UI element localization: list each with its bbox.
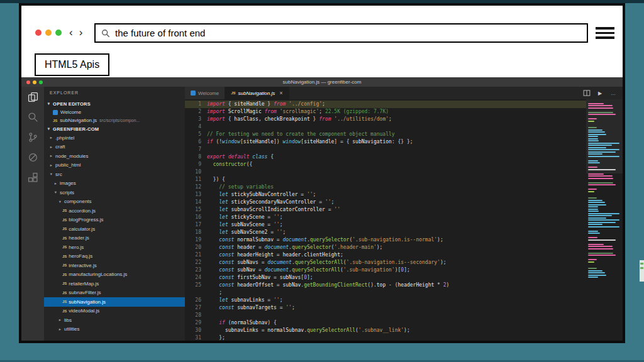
tree-item-node_modules[interactable]: ▸node_modules (44, 151, 185, 161)
vscode-minimize-button[interactable] (33, 80, 36, 84)
code-text: constructor({ (207, 161, 586, 168)
code-line[interactable]: 20 const header = document.querySelector… (185, 244, 586, 251)
close-icon[interactable]: × (279, 90, 282, 96)
code-line[interactable]: 13 let stickySubNavController = ''; (185, 191, 586, 199)
code-line[interactable]: 8export default class { (185, 153, 586, 161)
code-line[interactable]: ; (185, 289, 586, 297)
tree-item-libs[interactable]: ▸libs (44, 315, 185, 325)
code-line[interactable]: 24 const firstSubNav = subNavs[0]; (185, 274, 586, 282)
file-label: components (64, 199, 92, 204)
open-editor-item[interactable]: Welcome (44, 108, 185, 116)
code-line[interactable]: 1import { siteHandle } from '../config'; (185, 101, 586, 108)
tab-Welcome[interactable]: Welcome (185, 87, 225, 99)
code-text: const header = document.querySelector('.… (207, 244, 586, 251)
debug-icon[interactable] (28, 152, 38, 163)
open-editor-item[interactable]: JSsubNavigation.jssrc/scripts/compon... (44, 116, 185, 124)
minimize-button[interactable] (45, 30, 52, 36)
line-number: 24 (185, 274, 207, 282)
code-line[interactable]: 26 let subnavLinks = ''; (185, 297, 586, 304)
tree-item-src[interactable]: ▾src (44, 170, 185, 179)
code-line[interactable]: 10 (185, 168, 586, 176)
vscode-logo-icon (191, 90, 196, 96)
more-icon[interactable]: … (609, 89, 617, 97)
tree-item-subnavFilter.js[interactable]: JSsubnavFilter.js (44, 288, 185, 298)
tree-item-subNavigation.js[interactable]: JSsubNavigation.js (44, 297, 185, 307)
split-editor-icon[interactable] (583, 89, 591, 97)
tree-item-scripts[interactable]: ▾scripts (44, 188, 185, 197)
tree-item-public_html[interactable]: ▸public_html (44, 161, 185, 170)
code-line[interactable]: 18 let subNavScene2 = ''; (185, 229, 586, 236)
files-icon[interactable] (28, 92, 38, 102)
code-line[interactable]: 21 const headerHeight = header.clientHei… (185, 251, 586, 259)
tree-item-hero.js[interactable]: JShero.js (44, 243, 185, 252)
code-line[interactable]: 30 subnavLinks = normalSubnav.querySelec… (185, 327, 586, 334)
code-line[interactable]: 7 (185, 146, 586, 153)
minimap-line (588, 202, 605, 203)
code-line[interactable]: 9 constructor({ (185, 161, 586, 168)
tree-item-interactive.js[interactable]: JSinteractive.js (44, 261, 185, 270)
code-line[interactable]: 2import ScrollMagic from 'scrollmagic'; … (185, 108, 586, 116)
tree-item-header.js[interactable]: JSheader.js (44, 234, 185, 243)
chevron-right-icon: ▸ (49, 153, 53, 158)
code-line[interactable]: 31 }; (185, 334, 586, 341)
tree-item-components[interactable]: ▾components (44, 197, 185, 207)
code-text: let subnavLinks = ''; (207, 297, 586, 304)
minimap-line (588, 156, 619, 157)
tree-item-blogProgress.js[interactable]: JSblogProgress.js (44, 216, 185, 225)
line-number: 10 (185, 168, 207, 176)
tree-item-heroFaq.js[interactable]: JSheroFaq.js (44, 252, 185, 261)
code-line[interactable]: 19 const normalSubnav = document.querySe… (185, 236, 586, 244)
tree-item-images[interactable]: ▸images (44, 179, 185, 189)
code-line[interactable]: 27 const subnavTargets = ''; (185, 304, 586, 312)
code-line[interactable]: 29 if (normalSubnav) { (185, 319, 586, 327)
code-line[interactable]: 14 let stickySecondaryNavController = ''… (185, 199, 586, 206)
tab-subNavigation.js[interactable]: JSsubNavigation.js× (225, 87, 289, 99)
code-line[interactable]: 12 // setup variables (185, 184, 586, 191)
code-line[interactable]: 25 const headerOffset = subNav.getBoundi… (185, 282, 586, 289)
close-button[interactable] (35, 30, 42, 36)
menu-button[interactable] (596, 27, 614, 41)
js-file-icon: JS (62, 245, 67, 249)
project-header[interactable]: ▾ GREENFIBER-COM (44, 124, 185, 133)
file-label: videoModal.js (69, 308, 99, 314)
code-editor[interactable]: 1import { siteHandle } from '../config';… (185, 99, 586, 341)
code-line[interactable]: 28 (185, 312, 586, 319)
code-line[interactable]: 16 let stickyScene = ''; (185, 214, 586, 221)
forward-button[interactable]: › (79, 26, 83, 39)
js-file-icon: JS (62, 255, 67, 258)
tree-item-retailerMap.js[interactable]: JSretailerMap.js (44, 279, 185, 288)
extensions-icon[interactable] (28, 172, 38, 183)
code-line[interactable]: 17 let subNavScene = ''; (185, 221, 586, 229)
line-number: 19 (185, 236, 207, 244)
minimap[interactable] (586, 99, 623, 341)
code-line[interactable]: 3import { hasClass, checkBreakpoint } fr… (185, 116, 586, 123)
tree-item-utilities[interactable]: ▸utilities (44, 325, 185, 334)
code-text: }) { (207, 176, 586, 184)
tree-item-calculator.js[interactable]: JScalculator.js (44, 224, 185, 234)
vscode-maximize-button[interactable] (39, 80, 43, 84)
tree-item-videoModal.js[interactable]: JSvideoModal.js (44, 307, 185, 316)
search-icon[interactable] (28, 112, 38, 123)
open-editors-header[interactable]: ▾ OPEN EDITORS (44, 99, 185, 108)
run-icon[interactable]: ▶ (596, 89, 604, 97)
code-line[interactable]: 22 const subNavs = document.querySelecto… (185, 259, 586, 266)
code-line[interactable]: 5// For testing we need to create the co… (185, 131, 586, 138)
code-line[interactable]: 15 let subnavScrollIndicatorController =… (185, 206, 586, 214)
back-button[interactable]: ‹ (69, 26, 73, 39)
code-line[interactable]: 6if (!window[siteHandle]) window[siteHan… (185, 138, 586, 146)
minimap-line (588, 136, 598, 137)
tree-item-craft[interactable]: ▸craft (44, 143, 185, 152)
minimap-line (588, 184, 616, 185)
source-control-icon[interactable] (28, 132, 38, 143)
maximize-button[interactable] (55, 30, 62, 36)
vscode-close-button[interactable] (26, 80, 30, 84)
tree-item-.phpintel[interactable]: ▸.phpintel (44, 133, 185, 143)
address-bar[interactable]: the future of front end (94, 23, 588, 43)
tree-item-accordion.js[interactable]: JSaccordion.js (44, 206, 185, 216)
code-line[interactable]: 4 (185, 123, 586, 131)
code-line[interactable]: 23 const subNav = document.querySelector… (185, 266, 586, 274)
code-line[interactable]: 11 }) { (185, 176, 586, 184)
minimap-line (588, 131, 605, 133)
minimap-line (588, 173, 604, 175)
tree-item-manufacturingLocations.js[interactable]: JSmanufacturingLocations.js (44, 270, 185, 280)
